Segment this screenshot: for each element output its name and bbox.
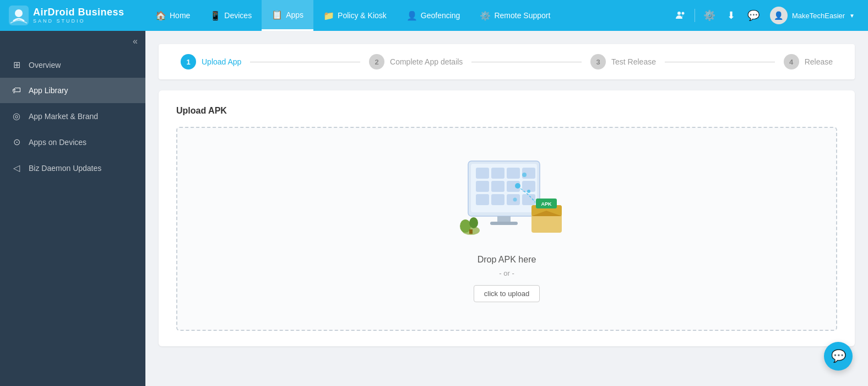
overview-icon: ⊞ [11, 60, 22, 70]
stepper: 1 Upload App 2 Complete App details 3 Te… [159, 44, 855, 79]
svg-point-30 [522, 173, 527, 177]
user-profile[interactable]: 👤 MakeTechEasier ▼ [766, 4, 859, 26]
sidebar-item-biz-daemon-label: Biz Daemon Updates [29, 164, 101, 173]
step-2-number: 2 [375, 58, 378, 66]
step-3-circle: 3 [590, 54, 606, 69]
svg-rect-6 [476, 168, 489, 179]
username: MakeTechEasier [792, 12, 845, 20]
step-1-number: 1 [186, 58, 190, 66]
svg-rect-23 [469, 229, 473, 234]
svg-point-1 [15, 9, 23, 17]
app-library-icon: 🏷 [11, 85, 22, 95]
home-icon: 🏠 [155, 10, 166, 21]
nav-home[interactable]: 🏠 Home [145, 0, 200, 31]
step-4-number: 4 [789, 58, 793, 66]
upload-illustration: APK [435, 156, 578, 244]
avatar: 👤 [770, 7, 788, 24]
logo-icon [9, 6, 29, 25]
svg-rect-11 [491, 181, 504, 192]
main-layout: « ⊞ Overview 🏷 App Library ◎ App Market … [0, 31, 868, 386]
step-2-circle: 2 [369, 54, 384, 69]
svg-point-31 [527, 190, 530, 193]
main-content: 1 Upload App 2 Complete App details 3 Te… [145, 31, 868, 386]
nav-policy[interactable]: 📁 Policy & Kiosk [313, 0, 397, 31]
step-connector-1 [250, 62, 360, 62]
sidebar-item-app-library[interactable]: 🏷 App Library [0, 78, 145, 103]
nav-devices[interactable]: 📱 Devices [200, 0, 262, 31]
svg-rect-14 [476, 194, 489, 205]
sidebar-item-app-library-label: App Library [29, 86, 68, 95]
svg-text:APK: APK [541, 201, 552, 207]
apps-icon: 📋 [272, 9, 283, 20]
nav-policy-label: Policy & Kiosk [338, 11, 387, 20]
settings-icon[interactable]: ⚙️ [699, 6, 719, 25]
chat-icon: 💬 [831, 349, 846, 363]
chat-button[interactable]: 💬 [824, 342, 853, 371]
policy-icon: 📁 [323, 10, 334, 21]
step-1-circle: 1 [181, 54, 196, 69]
svg-rect-15 [491, 194, 504, 205]
nav-devices-label: Devices [224, 11, 252, 20]
sidebar-item-app-market[interactable]: ◎ App Market & Brand [0, 103, 145, 129]
step-4: 4 Release [784, 54, 833, 69]
brand-subtitle: Sand Studio [33, 18, 124, 24]
step-2: 2 Complete App details [369, 54, 463, 69]
nav-home-label: Home [170, 11, 190, 20]
chevron-down-icon: ▼ [849, 13, 855, 19]
sidebar-item-overview[interactable]: ⊞ Overview [0, 52, 145, 78]
nav-remote[interactable]: ⚙️ Remote Support [470, 0, 560, 31]
sidebar-collapse-button[interactable]: « [0, 31, 145, 52]
sidebar-item-biz-daemon[interactable]: ◁ Biz Daemon Updates [0, 155, 145, 181]
upload-card-title: Upload APK [176, 106, 837, 116]
nav-right: ⚙️ ⬇ 💬 👤 MakeTechEasier ▼ [661, 4, 868, 26]
nav-apps[interactable]: 📋 Apps [262, 0, 313, 31]
sidebar-item-overview-label: Overview [29, 61, 61, 69]
nav-geofencing[interactable]: 👤 Geofencing [397, 0, 470, 31]
sidebar-item-app-market-label: App Market & Brand [29, 112, 98, 121]
svg-point-3 [681, 12, 684, 15]
app-market-icon: ◎ [11, 111, 22, 121]
topnav: AirDroid Business Sand Studio 🏠 Home 📱 D… [0, 0, 868, 31]
nav-remote-label: Remote Support [494, 11, 550, 20]
drop-or: - or - [499, 269, 514, 277]
step-connector-3 [665, 62, 775, 62]
download-icon[interactable]: ⬇ [721, 6, 741, 25]
nav-divider [695, 9, 695, 22]
apps-on-devices-icon: ⊙ [11, 137, 22, 147]
step-3-number: 3 [596, 58, 600, 66]
nav-items: 🏠 Home 📱 Devices 📋 Apps 📁 Policy & Kiosk… [145, 0, 661, 31]
collapse-icon: « [133, 36, 138, 46]
svg-point-2 [677, 12, 681, 15]
svg-rect-10 [476, 181, 489, 192]
step-3-label: Test Release [611, 57, 656, 66]
step-4-circle: 4 [784, 54, 799, 69]
geofencing-icon: 👤 [406, 10, 417, 21]
step-1: 1 Upload App [181, 54, 241, 69]
step-2-label: Complete App details [390, 57, 463, 66]
devices-icon: 📱 [210, 10, 221, 21]
svg-rect-7 [491, 168, 504, 179]
click-to-upload-button[interactable]: click to upload [474, 285, 540, 302]
step-connector-2 [471, 62, 582, 62]
svg-point-22 [469, 217, 478, 228]
svg-rect-19 [490, 222, 518, 225]
brand-title: AirDroid Business [33, 7, 124, 18]
upload-card: Upload APK [159, 90, 855, 346]
drop-zone[interactable]: APK Drop APK here - or - click to upload [176, 127, 837, 331]
svg-point-29 [515, 183, 520, 189]
remote-icon: ⚙️ [480, 10, 491, 21]
notifications-icon[interactable]: 💬 [744, 6, 763, 25]
sidebar-item-apps-on-devices[interactable]: ⊙ Apps on Devices [0, 129, 145, 155]
sidebar: « ⊞ Overview 🏷 App Library ◎ App Market … [0, 31, 145, 386]
user-management-icon[interactable] [670, 6, 690, 25]
step-3: 3 Test Release [590, 54, 656, 69]
nav-apps-label: Apps [286, 10, 303, 19]
sidebar-item-apps-on-devices-label: Apps on Devices [29, 138, 86, 147]
svg-rect-8 [507, 168, 520, 179]
step-1-label: Upload App [202, 57, 241, 66]
svg-point-32 [513, 198, 517, 202]
logo: AirDroid Business Sand Studio [0, 6, 145, 25]
biz-daemon-icon: ◁ [11, 163, 22, 173]
drop-text: Drop APK here [478, 255, 536, 265]
nav-geofencing-label: Geofencing [421, 11, 460, 20]
